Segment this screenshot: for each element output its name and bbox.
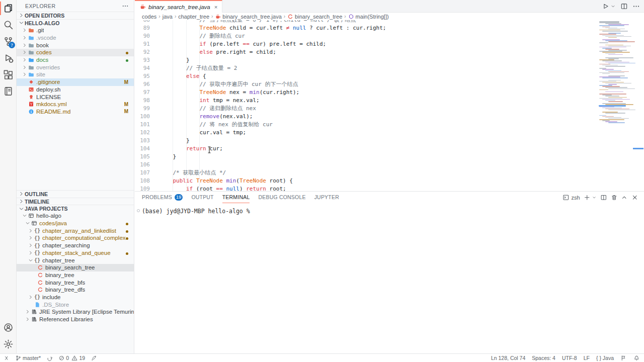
section-java-projects[interactable]: JAVA PROJECTS <box>17 205 134 212</box>
code-line-101[interactable]: 101 // 将 nex 的值复制给 cur <box>135 121 644 129</box>
code-line-91[interactable]: 91 if (pre.left == cur) pre.left = child… <box>135 40 644 48</box>
tree-item-readme-md[interactable]: README.mdM <box>17 108 134 116</box>
explorer-more-actions-icon[interactable] <box>122 3 129 10</box>
status-language-mode[interactable]: { } Java <box>596 355 614 361</box>
tree-item-binary-tree[interactable]: binary_tree <box>17 272 134 279</box>
code-line-109[interactable]: 109 if (root == null) return root; <box>135 185 644 191</box>
minimap[interactable] <box>598 21 636 126</box>
run-dropdown-button[interactable] <box>610 4 616 9</box>
more-actions-button[interactable] <box>632 3 640 10</box>
terminal-picker[interactable]: zsh <box>562 194 580 201</box>
code-editor[interactable]: 88 // 当子结点数量 = 0 / 1 时，child = null / 该子… <box>135 20 644 191</box>
panel-tab-problems[interactable]: PROBLEMS19 <box>142 192 183 203</box>
activity-run-debug-icon[interactable] <box>0 50 17 66</box>
breadcrumb-chapter-tree[interactable]: chapter_tree <box>178 14 209 20</box>
terminal-dropdown-button[interactable] <box>592 194 597 201</box>
new-terminal-button[interactable] <box>584 194 591 201</box>
tree-item-binary-tree-bfs[interactable]: binary_tree_bfs <box>17 279 134 286</box>
tree-item-hello-algo[interactable]: hello-algo <box>17 212 134 220</box>
breadcrumb-binary-search-tree-java[interactable]: binary_search_tree.java <box>215 14 281 20</box>
open-editors-section[interactable]: OPEN EDITORS <box>17 12 134 19</box>
tree-item-chapter-searching[interactable]: {}chapter_searching <box>17 242 134 249</box>
tree-item-vscode[interactable]: .vscode <box>17 34 134 42</box>
status-eol[interactable]: LF <box>584 355 590 361</box>
status-notifications[interactable] <box>633 355 640 361</box>
split-editor-button[interactable] <box>620 3 628 10</box>
panel-tab-terminal[interactable]: TERMINAL <box>222 192 250 203</box>
tree-item-ds-store[interactable]: .DS_Store <box>17 301 134 308</box>
code-line-96[interactable]: 96 // 获取中序遍历中 cur 的下一个结点 <box>135 80 644 88</box>
chevron-right-icon[interactable] <box>22 57 28 63</box>
panel-tab-output[interactable]: OUTPUT <box>191 192 213 203</box>
chevron-down-icon[interactable] <box>28 257 34 263</box>
tree-item-include[interactable]: {}include <box>17 294 134 301</box>
tree-item-docs[interactable]: docs <box>17 56 134 64</box>
status-encoding[interactable]: UTF-8 <box>562 355 577 361</box>
code-line-103[interactable]: 103 } <box>135 137 644 145</box>
code-line-95[interactable]: 95 else { <box>135 72 644 80</box>
code-line-89[interactable]: 89 TreeNode child = cur.left ≠ null ? cu… <box>135 24 644 32</box>
maximize-panel-button[interactable] <box>621 194 628 201</box>
chevron-right-icon[interactable] <box>22 49 28 55</box>
tree-item-jre-system-library-eclipse-temurin-17-17[interactable]: JRE System Library [Eclipse Temurin 17 [… <box>17 308 134 316</box>
code-line-94[interactable]: 94 // 子结点数量 = 2 <box>135 64 644 72</box>
status-git-branch[interactable]: master* <box>15 355 41 361</box>
status-cursor-position[interactable]: Ln 128, Col 74 <box>491 355 525 361</box>
section-outline[interactable]: OUTLINE <box>17 190 134 198</box>
status-java-status[interactable] <box>91 355 97 361</box>
code-line-97[interactable]: 97 TreeNode nex = min(cur.right); <box>135 88 644 97</box>
tree-item-referenced-libraries[interactable]: Referenced Libraries <box>17 316 134 323</box>
code-line-102[interactable]: 102 cur.val = tmp; <box>135 129 644 137</box>
tree-item-git[interactable]: .git <box>17 27 134 34</box>
breadcrumb-main-string[interactable]: main(String[]) <box>348 14 389 20</box>
activity-notebook-icon[interactable] <box>0 83 17 100</box>
chevron-right-icon[interactable] <box>22 27 28 33</box>
chevron-down-icon[interactable] <box>25 220 31 226</box>
tree-item-license[interactable]: LICENSE <box>17 93 134 101</box>
breadcrumb-java[interactable]: java <box>163 14 173 20</box>
tab-binary-search-tree[interactable]: binary_search_tree.java × <box>135 0 222 13</box>
chevron-right-icon[interactable] <box>28 294 34 300</box>
run-button[interactable] <box>602 3 609 10</box>
close-panel-button[interactable] <box>631 194 638 201</box>
chevron-right-icon[interactable] <box>28 250 34 256</box>
activity-settings-icon[interactable] <box>0 336 17 352</box>
tree-item-codes-java[interactable]: codes/java <box>17 220 134 227</box>
chevron-down-icon[interactable] <box>22 213 28 219</box>
panel-tab-jupyter[interactable]: JUPYTER <box>314 192 339 203</box>
status-errors[interactable]: 0 <box>58 355 69 361</box>
chevron-right-icon[interactable] <box>22 64 28 70</box>
code-line-92[interactable]: 92 else pre.right = child; <box>135 48 644 56</box>
chevron-right-icon[interactable] <box>25 309 31 315</box>
tree-item-gitignore[interactable]: .gitignoreM <box>17 78 134 86</box>
tree-item-chapter-stack-and-queue[interactable]: {}chapter_stack_and_queue <box>17 249 134 257</box>
project-root-hello-algo[interactable]: HELLO-ALGO <box>17 19 134 27</box>
code-line-106[interactable]: 106 <box>135 161 644 169</box>
tree-item-chapter-computational-complexity[interactable]: {}chapter_computational_complexity <box>17 234 134 242</box>
status-indentation[interactable]: Spaces: 4 <box>532 355 555 361</box>
tree-item-binary-tree-dfs[interactable]: binary_tree_dfs <box>17 286 134 294</box>
tree-item-chapter-tree[interactable]: {}chapter_tree <box>17 256 134 264</box>
activity-extensions-icon[interactable] <box>0 66 17 83</box>
tree-item-mkdocs-yml[interactable]: mkdocs.ymlM <box>17 101 134 108</box>
code-line-100[interactable]: 100 remove(nex.val); <box>135 113 644 121</box>
code-line-88[interactable]: 88 // 当子结点数量 = 0 / 1 时，child = null / 该子… <box>135 20 644 24</box>
chevron-right-icon[interactable] <box>22 42 28 48</box>
split-terminal-button[interactable] <box>600 194 607 201</box>
chevron-right-icon[interactable] <box>22 35 28 41</box>
activity-account-icon[interactable] <box>0 319 17 336</box>
tree-item-binary-search-tree[interactable]: binary_search_tree <box>17 264 134 272</box>
code-line-108[interactable]: 108 public TreeNode min(TreeNode root) { <box>135 177 644 185</box>
panel-tab-debug-console[interactable]: DEBUG CONSOLE <box>258 192 305 203</box>
section-timeline[interactable]: TIMELINE <box>17 198 134 205</box>
chevron-right-icon[interactable] <box>22 71 28 77</box>
tab-close-icon[interactable]: × <box>214 4 218 10</box>
code-line-93[interactable]: 93 } <box>135 56 644 64</box>
tree-item-site[interactable]: site <box>17 71 134 78</box>
code-line-90[interactable]: 90 // 删除结点 cur <box>135 32 644 40</box>
kill-terminal-button[interactable] <box>611 194 618 201</box>
chevron-right-icon[interactable] <box>28 228 34 234</box>
tree-item-codes[interactable]: codes <box>17 49 134 56</box>
tree-item-book[interactable]: book <box>17 41 134 49</box>
tree-item-deploy-sh[interactable]: deploy.sh <box>17 86 134 94</box>
